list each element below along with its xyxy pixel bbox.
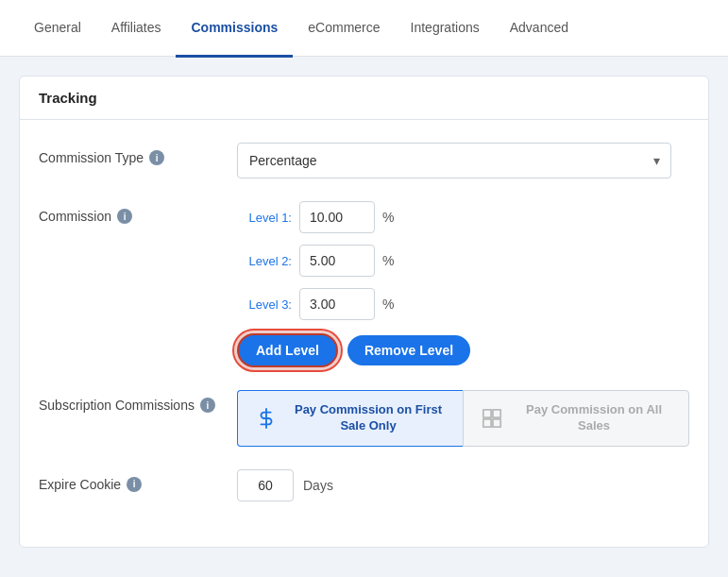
tabs-bar: General Affiliates Commissions eCommerce… (0, 0, 728, 57)
tab-ecommerce[interactable]: eCommerce (293, 1, 395, 58)
sub-first-sale-button[interactable]: Pay Commission on First Sale Only (237, 390, 463, 447)
level-3-label: Level 3: (237, 297, 292, 312)
commission-type-label: Commission Type i (39, 143, 237, 165)
subscription-options: Pay Commission on First Sale Only (237, 390, 689, 447)
level-1-row: Level 1: % (237, 201, 689, 233)
expire-cookie-label: Expire Cookie i (39, 469, 237, 492)
expire-cookie-row: Expire Cookie i Days (39, 469, 689, 501)
svg-rect-2 (493, 410, 500, 417)
level-2-label: Level 2: (237, 254, 292, 268)
commission-info-icon[interactable]: i (117, 209, 132, 224)
content-area: Tracking Commission Type i Percentage Fl… (0, 57, 728, 567)
svg-rect-1 (483, 410, 491, 417)
tab-affiliates[interactable]: Affiliates (96, 1, 177, 58)
level-3-unit: % (382, 297, 394, 312)
commission-levels-area: Level 1: % Level 2: % Level 3: (237, 201, 689, 367)
level-2-unit: % (382, 253, 394, 268)
level-1-label: Level 1: (237, 211, 292, 225)
commission-type-info-icon[interactable]: i (149, 150, 164, 165)
remove-level-button[interactable]: Remove Level (347, 335, 470, 365)
commission-type-row: Commission Type i Percentage Flat Rate ▾ (39, 143, 689, 178)
level-buttons-row: Add Level Remove Level (237, 333, 689, 367)
level-3-input[interactable] (299, 288, 375, 320)
grid-layers-icon (479, 405, 505, 432)
sub-all-sales-button[interactable]: Pay Commission on All Sales (463, 390, 689, 447)
expire-cookie-info-icon[interactable]: i (127, 477, 142, 492)
level-2-input[interactable] (299, 245, 375, 277)
expire-cookie-input[interactable] (237, 469, 294, 501)
level-3-row: Level 3: % (237, 288, 689, 320)
tab-advanced[interactable]: Advanced (495, 1, 584, 58)
expire-cookie-unit: Days (303, 478, 333, 493)
sub-all-sales-label: Pay Commission on All Sales (515, 402, 673, 434)
add-level-button[interactable]: Add Level (237, 333, 338, 367)
subscription-options-area: Pay Commission on First Sale Only (237, 390, 689, 447)
commission-levels: Level 1: % Level 2: % Level 3: (237, 201, 689, 320)
commission-type-select-wrapper: Percentage Flat Rate ▾ (237, 143, 671, 178)
level-2-row: Level 2: % (237, 245, 689, 277)
dollar-sign-icon (253, 405, 279, 432)
level-1-unit: % (382, 210, 394, 225)
subscription-commissions-row: Subscription Commissions i Pay (39, 390, 689, 447)
tracking-card: Tracking Commission Type i Percentage Fl… (19, 76, 709, 548)
commission-row: Commission i Level 1: % Level 2: % (39, 201, 689, 367)
subscription-info-icon[interactable]: i (200, 398, 215, 413)
card-title: Tracking (20, 76, 708, 120)
svg-rect-4 (493, 419, 500, 427)
expire-row-inner: Days (237, 469, 689, 501)
commission-label: Commission i (39, 201, 237, 224)
card-body: Commission Type i Percentage Flat Rate ▾ (20, 120, 708, 547)
sub-first-sale-label: Pay Commission on First Sale Only (289, 402, 448, 434)
subscription-label: Subscription Commissions i (39, 390, 237, 413)
tab-integrations[interactable]: Integrations (396, 1, 495, 58)
svg-rect-3 (483, 419, 491, 427)
tab-general[interactable]: General (19, 1, 96, 58)
level-1-input[interactable] (299, 201, 375, 233)
commission-type-select[interactable]: Percentage Flat Rate (237, 143, 671, 178)
expire-cookie-control: Days (237, 469, 689, 501)
tab-commissions[interactable]: Commissions (176, 1, 293, 58)
commission-type-control: Percentage Flat Rate ▾ (237, 143, 689, 178)
